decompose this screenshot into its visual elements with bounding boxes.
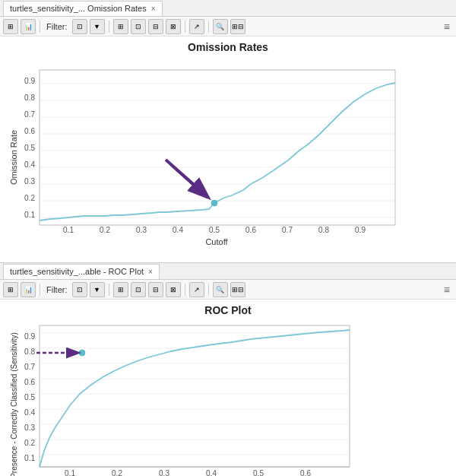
svg-text:0.8: 0.8 bbox=[24, 94, 35, 102]
toolbar-btn-b1[interactable]: ⊞ bbox=[3, 282, 18, 297]
svg-text:0.3: 0.3 bbox=[159, 469, 169, 476]
toolbar-menu-bottom[interactable]: ≡ bbox=[444, 284, 450, 296]
svg-text:0.1: 0.1 bbox=[24, 454, 35, 462]
svg-text:0.4: 0.4 bbox=[173, 226, 183, 234]
toolbar-btn-b2[interactable]: 📊 bbox=[21, 282, 36, 297]
svg-text:0.2: 0.2 bbox=[24, 194, 35, 202]
toolbar-sep-4 bbox=[208, 21, 209, 33]
omission-chart-svg: Omission Rate 0.9 0.8 0.7 0.6 0.5 0.4 0.… bbox=[8, 55, 448, 251]
bottom-toolbar: ⊞ 📊 Filter: ⊡ ▼ ⊞ ⊡ ⊟ ⊠ ↗ 🔍 ⊞⊟ ≡ bbox=[0, 280, 456, 300]
svg-text:0.3: 0.3 bbox=[24, 177, 35, 186]
toolbar-btn-7[interactable]: ⊟ bbox=[148, 19, 163, 34]
svg-text:Presence - Correctly Classifie: Presence - Correctly Classified (Sensiti… bbox=[10, 332, 18, 476]
toolbar-sep-b2 bbox=[109, 284, 109, 296]
svg-text:0.5: 0.5 bbox=[24, 393, 35, 401]
toolbar-btn-8[interactable]: ⊠ bbox=[166, 19, 181, 34]
tab-roc-plot[interactable]: turtles_sensitivity_...able - ROC Plot × bbox=[3, 264, 160, 279]
tab-omission-rates[interactable]: turtles_sensitivity_... Omission Rates × bbox=[3, 1, 163, 16]
svg-text:0.2: 0.2 bbox=[112, 469, 122, 476]
svg-text:0.9: 0.9 bbox=[355, 226, 366, 234]
svg-text:0.4: 0.4 bbox=[24, 160, 35, 169]
toolbar-btn-5[interactable]: ⊞ bbox=[113, 19, 128, 34]
svg-point-29 bbox=[211, 200, 217, 206]
top-toolbar: ⊞ 📊 Filter: ⊡ ▼ ⊞ ⊡ ⊟ ⊠ ↗ 🔍 ⊞⊟ ≡ bbox=[0, 17, 456, 36]
svg-text:0.9: 0.9 bbox=[24, 332, 35, 341]
svg-text:Cutoff: Cutoff bbox=[205, 237, 228, 246]
top-tab-bar: turtles_sensitivity_... Omission Rates × bbox=[0, 0, 456, 17]
svg-point-61 bbox=[79, 350, 85, 356]
toolbar-btn-b10[interactable]: 🔍 bbox=[213, 282, 228, 297]
omission-rates-panel: Omission Rates Omission Rate 0.9 0.8 0.7… bbox=[0, 36, 456, 263]
svg-text:0.5: 0.5 bbox=[253, 469, 264, 476]
filter-label-bottom: Filter: bbox=[46, 285, 68, 294]
toolbar-btn-b4[interactable]: ▼ bbox=[90, 282, 105, 297]
svg-text:0.8: 0.8 bbox=[318, 226, 329, 234]
bottom-tab-bar: turtles_sensitivity_...able - ROC Plot × bbox=[0, 263, 456, 280]
toolbar-btn-9[interactable]: ↗ bbox=[189, 19, 204, 34]
svg-text:0.1: 0.1 bbox=[24, 211, 35, 219]
toolbar-sep-b4 bbox=[208, 284, 209, 296]
toolbar-btn-b7[interactable]: ⊟ bbox=[148, 282, 163, 297]
svg-text:0.2: 0.2 bbox=[24, 439, 35, 447]
toolbar-btn-b6[interactable]: ⊡ bbox=[131, 282, 146, 297]
svg-text:0.4: 0.4 bbox=[24, 408, 35, 417]
svg-text:0.1: 0.1 bbox=[63, 226, 74, 234]
toolbar-btn-4[interactable]: ▼ bbox=[90, 19, 105, 34]
tab-roc-close[interactable]: × bbox=[148, 268, 153, 276]
omission-y-label: Omission Rate bbox=[9, 130, 18, 185]
toolbar-btn-2[interactable]: 📊 bbox=[21, 19, 36, 34]
svg-text:0.6: 0.6 bbox=[300, 469, 311, 476]
svg-text:0.1: 0.1 bbox=[65, 469, 75, 476]
toolbar-sep-3 bbox=[185, 21, 185, 33]
tab-roc-label: turtles_sensitivity_...able - ROC Plot bbox=[10, 267, 144, 276]
tab-omission-close[interactable]: × bbox=[151, 5, 156, 13]
svg-text:0.2: 0.2 bbox=[100, 226, 110, 234]
toolbar-btn-b8[interactable]: ⊠ bbox=[166, 282, 181, 297]
svg-text:0.6: 0.6 bbox=[245, 226, 256, 234]
toolbar-btn-b9[interactable]: ↗ bbox=[189, 282, 204, 297]
roc-plot-panel: ROC Plot Presence - Correctly Classified… bbox=[0, 300, 456, 476]
svg-text:0.9: 0.9 bbox=[24, 77, 35, 85]
svg-text:0.7: 0.7 bbox=[282, 226, 293, 234]
svg-text:0.3: 0.3 bbox=[24, 424, 35, 432]
toolbar-btn-11[interactable]: ⊞⊟ bbox=[230, 19, 245, 34]
svg-text:0.7: 0.7 bbox=[24, 110, 35, 119]
toolbar-sep-1 bbox=[40, 21, 40, 33]
toolbar-sep-b1 bbox=[40, 284, 40, 296]
tab-omission-label: turtles_sensitivity_... Omission Rates bbox=[10, 4, 147, 13]
filter-label-top: Filter: bbox=[46, 22, 68, 31]
svg-text:0.8: 0.8 bbox=[24, 347, 35, 356]
toolbar-btn-b11[interactable]: ⊞⊟ bbox=[230, 282, 245, 297]
roc-chart-svg: Presence - Correctly Classified (Sensiti… bbox=[8, 318, 448, 476]
omission-chart-title: Omission Rates bbox=[0, 36, 456, 55]
svg-text:0.6: 0.6 bbox=[24, 378, 35, 386]
svg-text:0.3: 0.3 bbox=[136, 226, 147, 234]
toolbar-btn-3[interactable]: ⊡ bbox=[72, 19, 87, 34]
toolbar-btn-1[interactable]: ⊞ bbox=[3, 19, 18, 34]
toolbar-btn-10[interactable]: 🔍 bbox=[213, 19, 228, 34]
svg-text:0.6: 0.6 bbox=[24, 127, 35, 135]
svg-text:0.5: 0.5 bbox=[24, 144, 35, 152]
toolbar-sep-2 bbox=[109, 21, 109, 33]
toolbar-menu-top[interactable]: ≡ bbox=[444, 21, 450, 33]
svg-text:0.7: 0.7 bbox=[24, 363, 35, 371]
toolbar-sep-b3 bbox=[185, 284, 185, 296]
svg-text:0.4: 0.4 bbox=[206, 469, 217, 476]
toolbar-btn-b3[interactable]: ⊡ bbox=[72, 282, 87, 297]
roc-chart-title: ROC Plot bbox=[0, 300, 456, 318]
svg-text:0.5: 0.5 bbox=[209, 226, 220, 234]
toolbar-btn-b5[interactable]: ⊞ bbox=[113, 282, 128, 297]
toolbar-btn-6[interactable]: ⊡ bbox=[131, 19, 146, 34]
